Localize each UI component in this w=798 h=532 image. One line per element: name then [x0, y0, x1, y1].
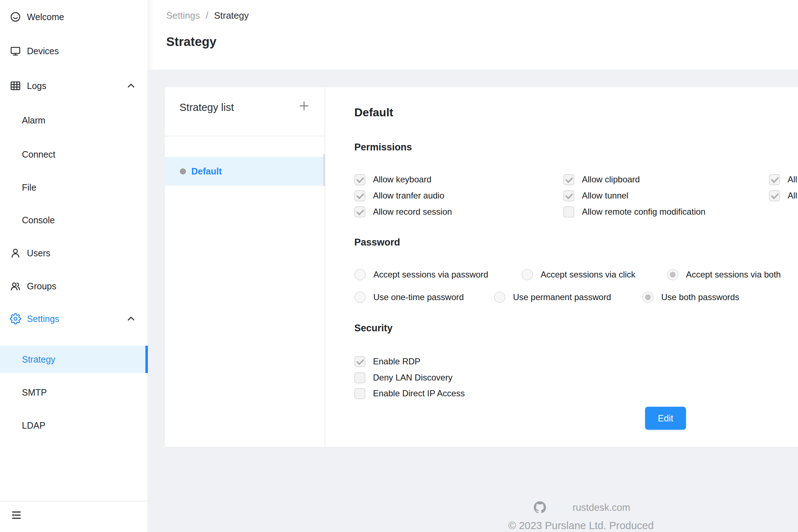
detail-title: Default: [354, 106, 393, 119]
sidebar-item-label: Users: [27, 248, 50, 258]
active-indicator-bar: [145, 346, 148, 373]
table-icon: [10, 80, 21, 92]
password-heading: Password: [354, 237, 400, 248]
breadcrumb: Settings / Strategy: [166, 10, 249, 21]
radio-both-passwords[interactable]: Use both passwords: [642, 291, 739, 303]
collapse-sidebar-button[interactable]: [9, 508, 23, 522]
sidebar-divider: [0, 501, 148, 501]
sidebar-item-logs[interactable]: Logs: [0, 78, 148, 94]
bullet-dot-icon: [180, 168, 186, 174]
checkbox-icon: [354, 372, 365, 383]
sidebar-item-alarm[interactable]: Alarm: [0, 112, 148, 128]
list-scrollbar[interactable]: [323, 154, 325, 186]
sidebar-item-label: Logs: [27, 81, 46, 91]
checkbox-allow-keyboard[interactable]: Allow keyboard: [354, 174, 431, 185]
permissions-heading: Permissions: [354, 142, 412, 153]
checkbox-allow-record-session[interactable]: Allow record session: [354, 206, 452, 218]
breadcrumb-current: Strategy: [214, 10, 249, 21]
radio-icon: [667, 269, 678, 280]
sidebar-item-label: Devices: [27, 46, 59, 56]
edit-button[interactable]: Edit: [645, 407, 686, 430]
rustdesk-link[interactable]: rustdesk.com: [573, 502, 630, 513]
sidebar-item-connect[interactable]: Connect: [0, 146, 148, 162]
chevron-up-icon: [126, 81, 136, 90]
radio-accept-via-password[interactable]: Accept sessions via password: [354, 269, 488, 280]
checkbox-icon: [563, 174, 574, 185]
breadcrumb-separator: /: [206, 10, 208, 21]
add-strategy-button[interactable]: [294, 96, 314, 116]
checkbox-allow-truncated-1[interactable]: All: [769, 174, 797, 185]
page-header: Settings / Strategy Strategy: [148, 0, 798, 70]
checkbox-icon: [563, 206, 574, 218]
radio-icon: [522, 269, 533, 280]
copyright-text: © 2023 Purslane Ltd. Produced: [508, 520, 654, 532]
checkbox-allow-tunnel[interactable]: Allow tunnel: [563, 190, 628, 201]
sidebar-item-label: Settings: [27, 314, 59, 324]
sidebar-item-ldap[interactable]: LDAP: [0, 417, 148, 433]
strategy-item-label: Default: [191, 166, 222, 177]
sidebar: Welcome Devices Logs: [0, 0, 148, 532]
radio-icon: [354, 269, 366, 280]
sidebar-item-settings[interactable]: Settings: [0, 311, 148, 327]
checkbox-icon: [769, 190, 780, 201]
checkbox-icon: [354, 388, 365, 399]
sidebar-item-file[interactable]: File: [0, 179, 148, 195]
menu-fold-icon: [9, 508, 23, 522]
checkbox-enable-rdp[interactable]: Enable RDP: [354, 356, 420, 367]
strategy-list-title: Strategy list: [179, 102, 234, 113]
checkbox-icon: [563, 190, 574, 201]
sidebar-item-devices[interactable]: Devices: [0, 43, 148, 59]
github-icon[interactable]: [534, 501, 546, 513]
monitor-icon: [10, 45, 21, 57]
sidebar-item-welcome[interactable]: Welcome: [0, 9, 148, 25]
checkbox-allow-remote-config[interactable]: Allow remote config modification: [563, 206, 705, 218]
sidebar-item-groups[interactable]: Groups: [0, 278, 148, 294]
list-divider: [165, 136, 325, 136]
radio-one-time-password[interactable]: Use one-time password: [354, 291, 464, 303]
gear-icon: [10, 313, 21, 325]
sidebar-item-smtp[interactable]: SMTP: [0, 384, 148, 400]
sidebar-item-strategy[interactable]: Strategy: [0, 346, 148, 373]
breadcrumb-parent[interactable]: Settings: [166, 10, 200, 21]
checkbox-icon: [354, 206, 365, 218]
group-icon: [10, 280, 21, 292]
security-heading: Security: [354, 323, 393, 334]
chevron-up-icon: [126, 314, 136, 323]
strategy-list-panel: Strategy list Default: [165, 87, 325, 447]
strategy-list-item-default[interactable]: Default: [165, 157, 325, 186]
sidebar-item-console[interactable]: Console: [0, 212, 148, 228]
strategy-card: Strategy list Default Default Permission…: [165, 87, 798, 447]
radio-accept-via-click[interactable]: Accept sessions via click: [522, 269, 635, 280]
sidebar-item-label: Groups: [27, 281, 56, 291]
checkbox-allow-clipboard[interactable]: Allow clipboard: [563, 174, 640, 185]
checkbox-deny-lan-discovery[interactable]: Deny LAN Discovery: [354, 372, 452, 383]
checkbox-allow-tranfer-audio[interactable]: Allow tranfer audio: [354, 190, 444, 201]
checkbox-icon: [354, 356, 365, 367]
sidebar-item-label: Welcome: [27, 12, 64, 22]
sidebar-item-users[interactable]: Users: [0, 245, 148, 261]
checkbox-icon: [769, 174, 780, 185]
checkbox-icon: [354, 174, 365, 185]
smiley-icon: [10, 11, 21, 23]
radio-permanent-password[interactable]: Use permanent password: [494, 291, 611, 303]
radio-icon: [642, 291, 654, 303]
radio-accept-via-both[interactable]: Accept sessions via both: [667, 269, 781, 280]
strategy-detail-panel: Default Permissions Allow keyboard Allow…: [354, 87, 798, 447]
checkbox-icon: [354, 190, 365, 201]
radio-icon: [354, 291, 366, 303]
checkbox-enable-direct-ip[interactable]: Enable Direct IP Access: [354, 388, 465, 399]
plus-icon: [298, 100, 310, 112]
radio-icon: [494, 291, 505, 303]
user-icon: [10, 247, 21, 259]
checkbox-allow-truncated-2[interactable]: All: [769, 190, 797, 201]
page-title: Strategy: [166, 34, 216, 49]
